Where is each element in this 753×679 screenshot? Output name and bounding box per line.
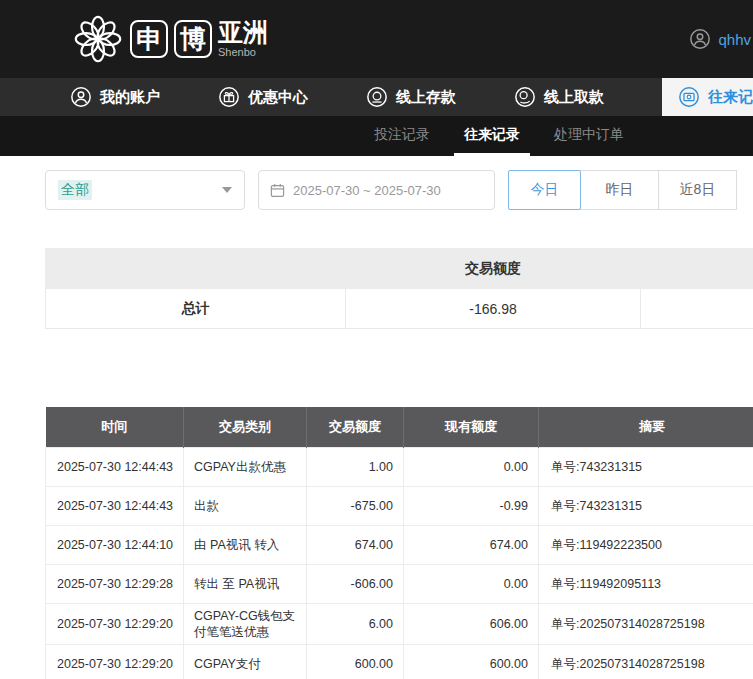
site-logo[interactable]: 申 博 亚洲 Shenbo [72,13,268,65]
cell-amount: -606.00 [307,564,404,603]
cell-type: 转出 至 PA视讯 [184,564,307,603]
cell-memo: 单号:119492223500 [539,525,753,564]
cell-balance: 0.00 [404,564,539,603]
nav-label: 优惠中心 [248,88,308,107]
table-row: 2025-07-30 12:44:43 CGPAY出款优惠 1.00 0.00 … [46,447,753,486]
col-header-balance: 现有额度 [404,407,539,447]
tab-transaction-records[interactable]: 往来记录 [454,116,530,156]
logo-char-bo: 博 [174,20,212,58]
table-row: 2025-07-30 12:29:20 CGPAY-CG钱包支付笔笔送优惠 6.… [46,603,753,644]
cell-balance: 674.00 [404,525,539,564]
nav-item-deposit[interactable]: 线上存款 [366,78,456,116]
calendar-icon [270,183,285,198]
nav-label: 线上取款 [544,88,604,107]
cell-time: 2025-07-30 12:44:43 [46,447,184,486]
cell-type: 出款 [184,486,307,525]
col-header-amount: 交易额度 [307,407,404,447]
table-row: 2025-07-30 12:29:20 CGPAY支付 600.00 600.0… [46,644,753,679]
summary-total-label: 总计 [46,289,346,329]
cell-memo: 单号:202507314028725198 [539,603,753,644]
date-range-input[interactable]: 2025-07-30 ~ 2025-07-30 [258,170,495,210]
cell-time: 2025-07-30 12:44:43 [46,486,184,525]
cell-amount: -675.00 [307,486,404,525]
today-button[interactable]: 今日 [508,170,581,210]
col-header-memo: 摘要 [539,407,753,447]
tab-betting-records[interactable]: 投注记录 [364,116,440,156]
table-row: 2025-07-30 12:44:43 出款 -675.00 -0.99 单号:… [46,486,753,525]
records-header-row: 时间 交易类别 交易额度 现有额度 摘要 [46,407,753,447]
deposit-coin-icon [366,86,388,108]
cell-balance: 0.00 [404,447,539,486]
summary-header-row: 交易额度 [46,249,753,289]
cell-memo: 单号:743231315 [539,447,753,486]
cell-memo: 单号:119492095113 [539,564,753,603]
records-coin-icon [678,86,700,108]
nav-label: 我的账户 [100,88,160,107]
nav-item-promotions[interactable]: 优惠中心 [218,78,308,116]
chevron-down-icon [222,187,232,193]
cell-amount: 674.00 [307,525,404,564]
cell-type: CGPAY支付 [184,644,307,679]
top-header: 申 博 亚洲 Shenbo qhhv [0,0,753,78]
col-header-type: 交易类别 [184,407,307,447]
logo-region: 亚洲 Shenbo [218,20,268,58]
col-header-time: 时间 [46,407,184,447]
logo-subtitle: Shenbo [218,47,268,58]
summary-header-empty [46,249,346,289]
last-8-days-button[interactable]: 近8日 [658,170,737,210]
cell-time: 2025-07-30 12:29:20 [46,603,184,644]
table-row: 2025-07-30 12:29:28 转出 至 PA视讯 -606.00 0.… [46,564,753,603]
cell-balance: 600.00 [404,644,539,679]
user-account-link[interactable]: qhhv [689,28,753,50]
summary-total-value: -166.98 [346,289,641,329]
date-range-value: 2025-07-30 ~ 2025-07-30 [293,183,441,198]
logo-region-text: 亚洲 [218,20,268,45]
cell-balance: 606.00 [404,603,539,644]
gift-circle-icon [218,86,240,108]
withdraw-coin-icon [514,86,536,108]
nav-item-withdraw[interactable]: 线上取款 [514,78,604,116]
user-circle-icon [70,86,92,108]
summary-empty-cell [641,289,753,329]
nav-item-my-account[interactable]: 我的账户 [70,78,160,116]
cell-balance: -0.99 [404,486,539,525]
cell-memo: 单号:743231315 [539,486,753,525]
main-nav: 我的账户 优惠中心 线上存款 线上取款 [0,78,753,116]
user-avatar-icon [689,28,711,50]
table-row: 2025-07-30 12:44:10 由 PA视讯 转入 674.00 674… [46,525,753,564]
filter-bar: 全部 2025-07-30 ~ 2025-07-30 今日 昨日 近8日 [45,170,753,210]
type-select[interactable]: 全部 [45,170,245,210]
tab-processing-orders[interactable]: 处理中订单 [544,116,634,156]
nav-label: 线上存款 [396,88,456,107]
cell-type: CGPAY-CG钱包支付笔笔送优惠 [184,603,307,644]
sub-nav: 投注记录 往来记录 处理中订单 [0,116,753,156]
summary-header-empty [641,249,753,289]
cell-type: 由 PA视讯 转入 [184,525,307,564]
lotus-flower-icon [72,13,124,65]
yesterday-button[interactable]: 昨日 [580,170,659,210]
page: 申 博 亚洲 Shenbo qhhv 我的账户 [0,0,753,679]
cell-time: 2025-07-30 12:44:10 [46,525,184,564]
username-text: qhhv [718,31,751,48]
records-table: 时间 交易类别 交易额度 现有额度 摘要 2025-07-30 12:44:43… [45,407,753,679]
cell-amount: 1.00 [307,447,404,486]
cell-time: 2025-07-30 12:29:28 [46,564,184,603]
summary-total-row: 总计 -166.98 [46,289,753,329]
type-select-value: 全部 [58,180,92,200]
nav-label: 往来记录 [708,88,753,107]
content-area: 全部 2025-07-30 ~ 2025-07-30 今日 昨日 近8日 [0,170,753,679]
quick-date-buttons: 今日 昨日 近8日 [508,170,737,210]
nav-item-transaction-records[interactable]: 往来记录 [662,78,753,116]
cell-amount: 600.00 [307,644,404,679]
cell-amount: 6.00 [307,603,404,644]
logo-char-shen: 申 [130,20,168,58]
cell-time: 2025-07-30 12:29:20 [46,644,184,679]
summary-header-amount: 交易额度 [346,249,641,289]
cell-type: CGPAY出款优惠 [184,447,307,486]
summary-table: 交易额度 总计 -166.98 [45,248,753,329]
cell-memo: 单号:202507314028725198 [539,644,753,679]
